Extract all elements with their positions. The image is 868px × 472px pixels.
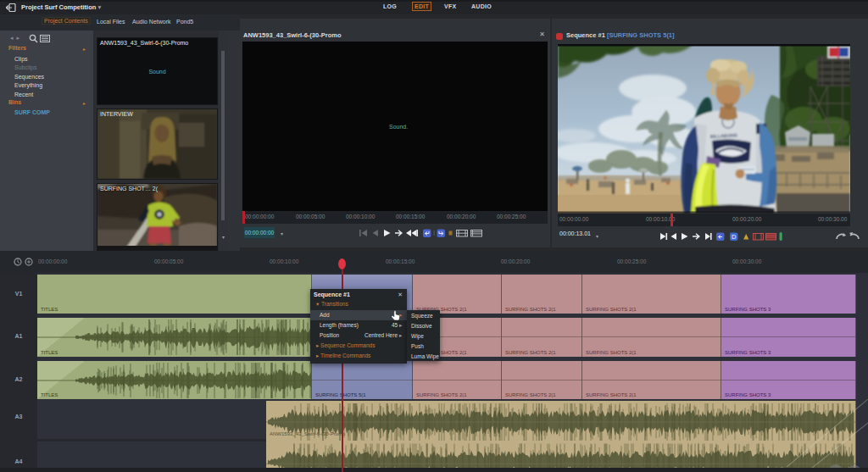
svg-text:D: D	[732, 233, 737, 241]
